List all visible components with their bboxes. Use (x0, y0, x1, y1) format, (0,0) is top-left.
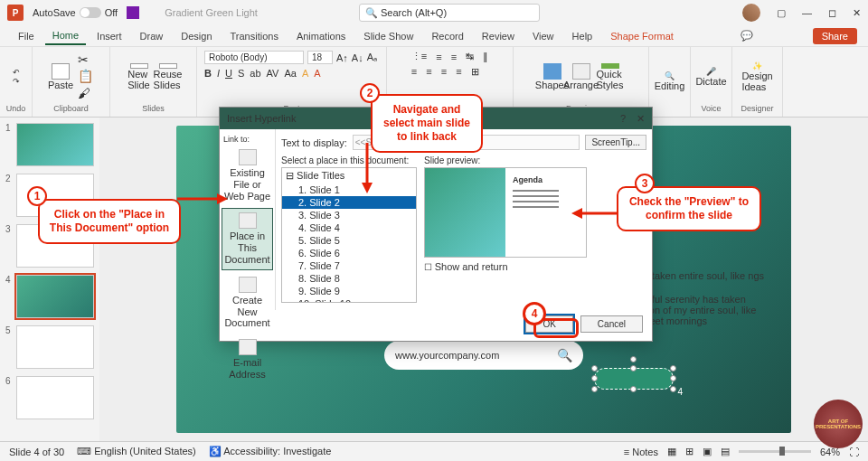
arrange-button[interactable]: Arrange (570, 63, 593, 90)
link-to-sidebar: Link to: Existing File or Web Page Place… (220, 129, 276, 310)
annotation-number-4: 4 (523, 302, 546, 325)
show-and-return-checkbox[interactable]: ☐ Show and return (424, 261, 646, 272)
thumb-4[interactable] (16, 275, 94, 318)
save-icon[interactable] (127, 6, 139, 19)
tab-review[interactable]: Review (475, 28, 522, 44)
link-create-new[interactable]: Create New Document (222, 273, 273, 333)
tab-animations[interactable]: Animations (289, 28, 353, 44)
ribbon-options-icon[interactable]: ▢ (777, 7, 786, 19)
comments-icon[interactable]: 💬 (741, 30, 753, 42)
tab-view[interactable]: View (525, 28, 561, 44)
search-input[interactable]: 🔍 Search (Alt+Q) (359, 4, 540, 22)
selected-shape[interactable] (594, 368, 674, 390)
new-slide-button[interactable]: New Slide (127, 63, 151, 90)
svg-marker-5 (571, 208, 582, 219)
annotation-callout-1: Click on the "Place in This Document" op… (38, 199, 181, 244)
dictate-button[interactable]: 🎤Dictate (700, 63, 723, 90)
maximize-icon[interactable]: ◻ (828, 7, 836, 19)
font-size-select[interactable]: 18 (307, 51, 333, 64)
toggle-icon[interactable] (80, 7, 101, 18)
tab-draw[interactable]: Draw (133, 28, 171, 44)
thumb-5[interactable] (16, 325, 94, 369)
svg-marker-1 (217, 193, 228, 204)
screentip-button[interactable]: ScreenTip... (585, 135, 646, 150)
fit-to-window-icon[interactable]: ⛶ (849, 447, 859, 457)
thumb-6[interactable] (16, 376, 94, 419)
share-button[interactable]: Share (813, 28, 857, 44)
view-normal-icon[interactable]: ▦ (667, 446, 676, 457)
tab-record[interactable]: Record (424, 28, 470, 44)
close-icon[interactable]: ✕ (853, 7, 861, 19)
slide-counter[interactable]: Slide 4 of 30 (9, 447, 64, 457)
minimize-icon[interactable]: — (802, 7, 812, 18)
language-status[interactable]: ⌨ English (United States) (77, 446, 196, 457)
slide-list[interactable]: ⊟ Slide Titles 1. Slide 1 2. Slide 2 3. … (281, 167, 417, 303)
cancel-button[interactable]: Cancel (580, 315, 643, 333)
app-logo: P (7, 5, 24, 21)
quick-styles-button[interactable]: Quick Styles (599, 63, 622, 90)
font-name-select[interactable]: Roboto (Body) (204, 51, 304, 64)
user-avatar[interactable] (742, 4, 760, 22)
tab-slideshow[interactable]: Slide Show (356, 28, 420, 44)
dialog-close-icon[interactable]: ✕ (637, 113, 645, 125)
link-email[interactable]: E-mail Address (222, 335, 273, 384)
shapes-button[interactable]: Shapes (541, 63, 564, 90)
link-place-in-document[interactable]: Place in This Document (222, 208, 273, 269)
title-bar: P AutoSave Off Gradient Green Light 🔍 Se… (0, 0, 868, 25)
tab-help[interactable]: Help (565, 28, 600, 44)
zoom-slider[interactable] (739, 450, 811, 453)
tab-insert[interactable]: Insert (90, 28, 129, 44)
svg-marker-3 (362, 183, 373, 193)
thumb-1[interactable] (16, 123, 94, 166)
reuse-slides-button[interactable]: Reuse Slides (156, 63, 180, 90)
notes-button[interactable]: ≡ Notes (624, 447, 658, 457)
search-icon: 🔍 (557, 348, 572, 362)
tab-home[interactable]: Home (45, 27, 86, 45)
tab-transitions[interactable]: Transitions (223, 28, 286, 44)
view-reading-icon[interactable]: ▣ (703, 446, 712, 457)
slide-thumbnails[interactable]: 1 2 3 4 5 6 (0, 118, 99, 441)
tab-shape-format[interactable]: Shape Format (603, 28, 681, 44)
watermark-logo: ART OF PRESENTATIONS (814, 400, 863, 448)
annotation-number-1: 1 (27, 186, 47, 206)
tab-design[interactable]: Design (174, 28, 219, 44)
accessibility-status[interactable]: ♿ Accessibility: Investigate (209, 446, 332, 457)
view-sorter-icon[interactable]: ⊞ (685, 446, 693, 457)
document-title: Gradient Green Light (165, 7, 258, 18)
slide-page-number: 4 (677, 387, 683, 397)
dialog-help-icon[interactable]: ? (620, 113, 626, 125)
undo-icon[interactable]: ↶↷ (5, 63, 28, 90)
autosave-toggle[interactable]: AutoSave Off (33, 7, 118, 18)
annotation-callout-2: Navigate and select main slide to link b… (371, 94, 483, 153)
menu-bar: File Home Insert Draw Design Transitions… (0, 25, 868, 47)
annotation-number-2: 2 (360, 83, 380, 103)
status-bar: Slide 4 of 30 ⌨ English (United States) … (0, 441, 868, 461)
view-slideshow-icon[interactable]: ▤ (721, 446, 730, 457)
annotation-number-3: 3 (635, 174, 655, 193)
link-existing-file[interactable]: Existing File or Web Page (222, 146, 273, 205)
tab-file[interactable]: File (11, 28, 42, 44)
editing-button[interactable]: 🔍Editing (658, 68, 682, 95)
slide-preview: Agenda (424, 167, 587, 258)
design-ideas-button[interactable]: ✨Design Ideas (746, 63, 769, 90)
slide-search-box: www.yourcompany.com🔍 (384, 341, 583, 370)
paste-button[interactable]: Paste (49, 63, 72, 90)
annotation-callout-3: Check the "Preview" to confirm the slide (617, 186, 761, 231)
